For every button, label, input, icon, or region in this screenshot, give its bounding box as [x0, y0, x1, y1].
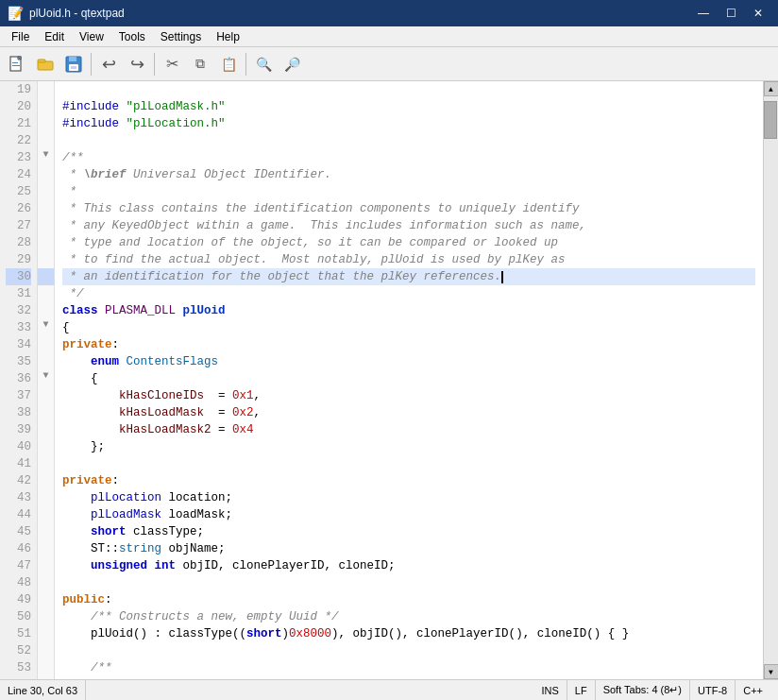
- line-num-39: 39: [6, 421, 31, 438]
- code-line-25: *: [62, 183, 755, 200]
- code-line-23: /**: [62, 149, 755, 166]
- scroll-up-button[interactable]: ▲: [764, 81, 779, 96]
- fold-column: ▼ ▼ ▼: [38, 81, 55, 679]
- line-num-46: 46: [6, 540, 31, 557]
- line-num-25: 25: [6, 183, 31, 200]
- code-line-37: kHasCloneIDs = 0x1,: [62, 387, 755, 404]
- code-line-46: ST::string objName;: [62, 540, 755, 557]
- cut-button[interactable]: ✂: [159, 51, 185, 77]
- line-num-23: 23: [6, 149, 31, 166]
- code-line-27: * any KeyedObject within a game. This in…: [62, 217, 755, 234]
- code-line-21: #include "plLocation.h": [62, 115, 755, 132]
- code-line-51: plUoid() : classType((short)0x8000), obj…: [62, 625, 755, 642]
- fold-33[interactable]: ▼: [38, 319, 54, 336]
- toolbar: ↩ ↪ ✂ ⧉ 📋 🔍 🔎: [0, 47, 778, 81]
- title-bar: 📝 plUoid.h - qtextpad — ☐ ✕: [0, 0, 778, 26]
- code-line-45: short classType;: [62, 523, 755, 540]
- line-num-44: 44: [6, 506, 31, 523]
- fold-23[interactable]: ▼: [38, 149, 54, 166]
- menu-edit[interactable]: Edit: [37, 28, 72, 45]
- code-line-43: plLocation location;: [62, 489, 755, 506]
- scrollbar: ▲ ▼: [763, 81, 778, 679]
- code-line-48: [62, 574, 755, 591]
- code-line-41: [62, 455, 755, 472]
- code-line-49: public:: [62, 591, 755, 608]
- line-num-36: 36: [6, 370, 31, 387]
- scroll-track[interactable]: [764, 96, 778, 664]
- minimize-button[interactable]: —: [690, 4, 717, 23]
- line-num-29: 29: [6, 251, 31, 268]
- line-num-34: 34: [6, 336, 31, 353]
- code-line-42: private:: [62, 472, 755, 489]
- close-button[interactable]: ✕: [746, 4, 770, 23]
- code-line-20: #include "plLoadMask.h": [62, 98, 755, 115]
- code-line-52: [62, 642, 755, 659]
- toolbar-separator-1: [91, 53, 92, 76]
- code-line-34: private:: [62, 336, 755, 353]
- paste-button[interactable]: 📋: [215, 51, 242, 77]
- language: C++: [736, 680, 770, 700]
- code-line-36: {: [62, 370, 755, 387]
- save-button[interactable]: [60, 51, 87, 77]
- scroll-thumb[interactable]: [764, 101, 777, 139]
- code-line-47: unsigned int objID, clonePlayerID, clone…: [62, 557, 755, 574]
- toolbar-separator-2: [154, 53, 155, 76]
- open-button[interactable]: [32, 51, 59, 77]
- menu-view[interactable]: View: [72, 28, 111, 45]
- status-bar: Line 30, Col 63 INS LF Soft Tabs: 4 (8↵)…: [0, 679, 778, 700]
- line-num-19: 19: [6, 81, 31, 98]
- code-line-28: * type and location of the object, so it…: [62, 234, 755, 251]
- maximize-button[interactable]: ☐: [719, 4, 744, 23]
- title-bar-controls: — ☐ ✕: [690, 4, 770, 23]
- line-num-53: 53: [6, 659, 31, 676]
- toolbar-separator-3: [245, 53, 246, 76]
- find-button[interactable]: 🔍: [250, 51, 277, 77]
- code-line-24: * \brief Universal Object IDentifier.: [62, 166, 755, 183]
- redo-button[interactable]: ↪: [124, 51, 150, 77]
- line-num-45: 45: [6, 523, 31, 540]
- svg-rect-10: [71, 66, 76, 69]
- line-num-43: 43: [6, 489, 31, 506]
- line-num-42: 42: [6, 472, 31, 489]
- menu-settings[interactable]: Settings: [153, 28, 209, 45]
- code-line-19: [62, 81, 755, 98]
- menu-file[interactable]: File: [4, 28, 37, 45]
- code-line-53: /**: [62, 659, 755, 676]
- code-line-29: * to find the actual object. Most notabl…: [62, 251, 755, 268]
- code-line-35: enum ContentsFlags: [62, 353, 755, 370]
- svg-rect-6: [38, 60, 45, 62]
- fold-36[interactable]: ▼: [38, 370, 54, 387]
- menu-bar: File Edit View Tools Settings Help: [0, 26, 778, 47]
- app-icon: 📝: [8, 6, 24, 22]
- line-num-49: 49: [6, 591, 31, 608]
- line-num-41: 41: [6, 455, 31, 472]
- copy-button[interactable]: ⧉: [187, 51, 213, 77]
- code-line-44: plLoadMask loadMask;: [62, 506, 755, 523]
- code-line-22: [62, 132, 755, 149]
- line-num-48: 48: [6, 574, 31, 591]
- line-num-33: 33: [6, 319, 31, 336]
- code-area[interactable]: #include "plLoadMask.h" #include "plLoca…: [55, 81, 763, 679]
- line-num-27: 27: [6, 217, 31, 234]
- menu-help[interactable]: Help: [209, 28, 247, 45]
- editor-container: 19 20 21 22 23 24 25 26 27 28 29 30 31 3…: [0, 81, 778, 679]
- undo-button[interactable]: ↩: [95, 51, 122, 77]
- line-num-35: 35: [6, 353, 31, 370]
- new-button[interactable]: [4, 51, 30, 77]
- line-num-38: 38: [6, 404, 31, 421]
- line-num-32: 32: [6, 302, 31, 319]
- line-numbers: 19 20 21 22 23 24 25 26 27 28 29 30 31 3…: [0, 81, 38, 679]
- menu-tools[interactable]: Tools: [111, 28, 153, 45]
- scroll-down-button[interactable]: ▼: [764, 664, 779, 679]
- title-bar-left: 📝 plUoid.h - qtextpad: [8, 6, 125, 22]
- line-num-50: 50: [6, 608, 31, 625]
- code-line-50: /** Constructs a new, empty Uuid */: [62, 608, 755, 625]
- find-next-button[interactable]: 🔎: [279, 51, 305, 77]
- svg-rect-2: [12, 62, 18, 63]
- cursor-position: Line 30, Col 63: [8, 680, 86, 700]
- code-line-33: {: [62, 319, 755, 336]
- line-num-20: 20: [6, 98, 31, 115]
- line-num-26: 26: [6, 200, 31, 217]
- line-num-30: 30: [6, 268, 31, 285]
- tab-size: Soft Tabs: 4 (8↵): [596, 680, 690, 700]
